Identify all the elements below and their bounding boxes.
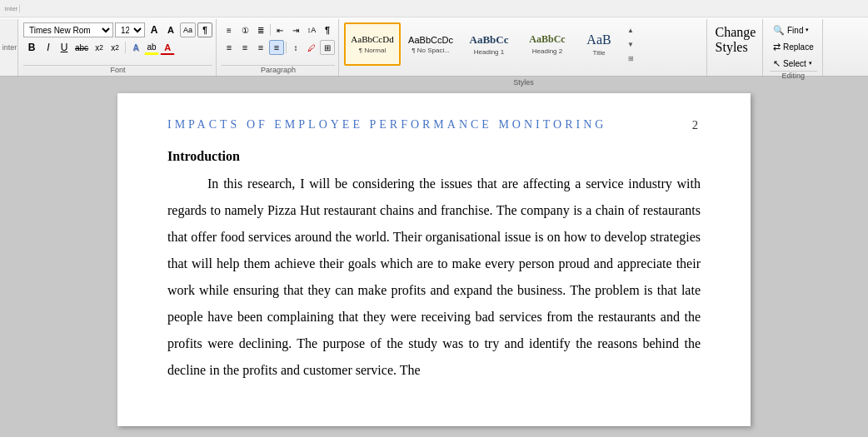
style-h1-label: Heading 1 xyxy=(474,48,504,56)
select-dropdown-arrow: ▾ xyxy=(809,60,812,67)
font-dialog-button[interactable]: Aa xyxy=(180,22,196,37)
style-normal-preview: AaBbCcDd xyxy=(351,34,393,45)
document-page[interactable]: IMPACTS OF EMPLOYEE PERFORMANCE MONITORI… xyxy=(117,93,751,426)
style-h1-preview: AaBbCc xyxy=(470,33,509,47)
shading-button[interactable]: 🖊 xyxy=(304,40,319,55)
style-title-label: Title xyxy=(593,49,606,57)
doc-page-number: 2 xyxy=(692,118,701,132)
multilevel-list-button[interactable]: ≣ xyxy=(253,22,268,37)
style-no-spacing[interactable]: AaBbCcDc ¶ No Spaci... xyxy=(402,22,459,66)
style-heading2[interactable]: AaBbCc Heading 2 xyxy=(519,22,576,66)
style-normal[interactable]: AaBbCcDd ¶ Normal xyxy=(344,22,401,66)
decrease-indent-button[interactable]: ⇤ xyxy=(272,22,287,37)
numbering-button[interactable]: ① xyxy=(237,22,252,37)
subscript-button[interactable]: x2 xyxy=(92,40,107,55)
style-h2-preview: AaBbCc xyxy=(529,33,565,46)
show-paragraph-button[interactable]: ¶ xyxy=(320,22,335,37)
document-area: IMPACTS OF EMPLOYEE PERFORMANCE MONITORI… xyxy=(0,77,868,437)
styles-group-label: Styles xyxy=(344,77,703,88)
paragraph-group-label: Paragraph xyxy=(222,65,335,76)
style-title-preview: AaB xyxy=(586,32,611,47)
style-nospace-label: ¶ No Spaci... xyxy=(412,47,450,54)
style-nospace-preview: AaBbCcDc xyxy=(408,35,453,45)
find-label: Find xyxy=(787,26,803,35)
highlight-button[interactable]: ab xyxy=(144,40,159,55)
editing-group: 🔍 Find ▾ ⇄ Replace ↖ Select ▾ Editing xyxy=(765,19,823,76)
doc-title: IMPACTS OF EMPLOYEE PERFORMANCE MONITORI… xyxy=(167,118,606,132)
font-group: Times New Rom 12 A A Aa ¶ B I xyxy=(20,19,217,76)
replace-button[interactable]: ⇄ Replace xyxy=(770,39,817,54)
find-dropdown-arrow: ▾ xyxy=(806,27,809,33)
grow-font-button[interactable]: A xyxy=(147,22,162,37)
italic-button[interactable]: I xyxy=(41,40,56,55)
body-paragraph: In this research, I will be considering … xyxy=(167,171,701,384)
doc-body[interactable]: In this research, I will be considering … xyxy=(167,171,701,384)
style-normal-label: ¶ Normal xyxy=(359,47,386,54)
left-margin-indicator: inter xyxy=(3,5,20,12)
increase-indent-button[interactable]: ⇥ xyxy=(288,22,303,37)
line-spacing-button[interactable]: ↕ xyxy=(288,40,303,55)
superscript-button[interactable]: x2 xyxy=(107,40,122,55)
replace-icon: ⇄ xyxy=(773,42,781,52)
left-edge: inter xyxy=(0,19,18,76)
replace-label: Replace xyxy=(783,42,814,52)
font-size-select[interactable]: 12 xyxy=(115,22,145,37)
font-color-button[interactable]: A xyxy=(160,40,175,55)
borders-button[interactable]: ⊞ xyxy=(320,40,335,55)
binoculars-icon: 🔍 xyxy=(773,25,785,36)
show-formatting-button[interactable]: ¶ xyxy=(197,22,212,37)
font-group-label: Font xyxy=(23,65,212,76)
paragraph-group: ≡ ① ≣ ⇤ ⇥ ↕A ¶ ≡ ≡ ≡ ≡ xyxy=(218,19,339,76)
doc-header: IMPACTS OF EMPLOYEE PERFORMANCE MONITORI… xyxy=(167,118,701,132)
align-left-button[interactable]: ≡ xyxy=(222,40,237,55)
strikethrough-button[interactable]: abc xyxy=(72,40,91,55)
select-label: Select xyxy=(783,59,806,68)
style-heading1[interactable]: AaBbCc Heading 1 xyxy=(461,22,517,66)
select-icon: ↖ xyxy=(773,58,781,69)
styles-scroll-up[interactable]: ▲ xyxy=(623,23,638,37)
styles-more[interactable]: ⊞ xyxy=(623,52,638,65)
justify-button[interactable]: ≡ xyxy=(269,40,284,55)
align-right-button[interactable]: ≡ xyxy=(253,40,268,55)
sort-button[interactable]: ↕A xyxy=(304,22,319,37)
style-h2-label: Heading 2 xyxy=(532,47,562,55)
underline-button[interactable]: U xyxy=(57,40,72,55)
text-effects-button[interactable]: A xyxy=(128,40,143,55)
select-button[interactable]: ↖ Select ▾ xyxy=(770,56,817,71)
editing-group-label: Editing xyxy=(770,71,817,82)
intro-heading: Introduction xyxy=(167,149,701,164)
find-button[interactable]: 🔍 Find ▾ xyxy=(770,22,817,37)
style-title[interactable]: AaB Title xyxy=(577,22,621,66)
styles-group: AaBbCcDd ¶ Normal AaBbCcDc ¶ No Spaci...… xyxy=(341,19,707,76)
bullets-button[interactable]: ≡ xyxy=(222,22,237,37)
styles-scroll-down[interactable]: ▼ xyxy=(623,37,638,51)
align-center-button[interactable]: ≡ xyxy=(237,40,252,55)
shrink-font-button[interactable]: A xyxy=(163,22,178,37)
change-styles-button[interactable]: Change Styles xyxy=(712,22,759,57)
font-name-select[interactable]: Times New Rom xyxy=(23,22,113,37)
bold-button[interactable]: B xyxy=(23,40,40,55)
